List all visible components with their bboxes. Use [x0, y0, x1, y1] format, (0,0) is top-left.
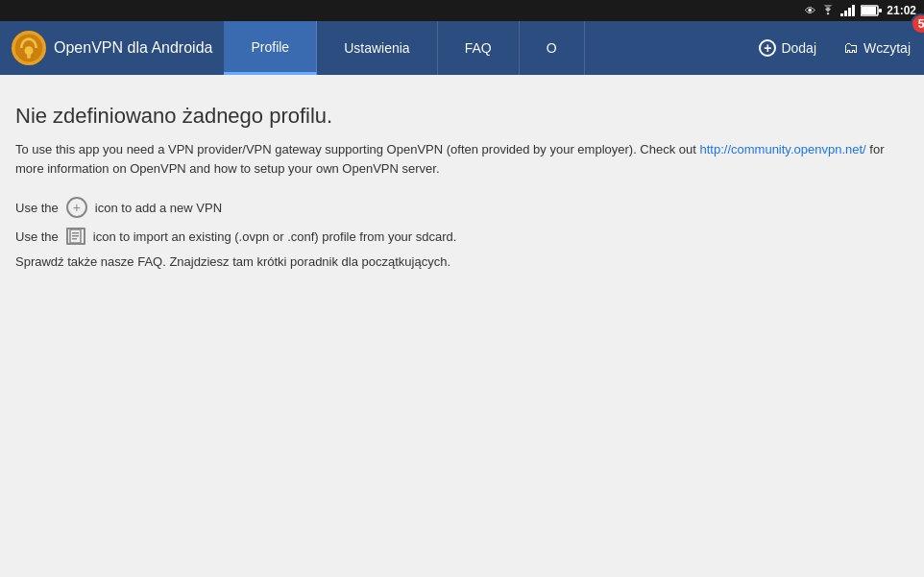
time-display: 21:02	[887, 4, 916, 17]
battery-icon	[861, 5, 882, 16]
main-description: To use this app you need a VPN provider/…	[15, 140, 899, 178]
openvpn-logo-icon	[12, 31, 46, 65]
svg-rect-13	[72, 235, 79, 237]
instruction2-pre: Use the	[15, 229, 59, 244]
instruction-add-vpn: Use the + icon to add a new VPN	[15, 197, 909, 218]
plus-circle-icon: +	[759, 39, 776, 57]
desc-text-pre: To use this app you need a VPN provider/…	[15, 142, 700, 156]
instruction2-post: icon to import an existing (.ovpn or .co…	[93, 229, 457, 244]
svg-rect-3	[852, 5, 855, 16]
tab-o[interactable]: O	[520, 21, 585, 75]
svg-rect-5	[862, 7, 876, 14]
svg-rect-2	[848, 8, 851, 16]
svg-rect-12	[72, 232, 79, 234]
load-button[interactable]: 🗂 Wczytaj 5	[830, 21, 924, 75]
tab-ustawienia[interactable]: Ustawienia	[317, 21, 437, 75]
app-logo: OpenVPN dla Androida	[0, 21, 224, 75]
svg-rect-1	[844, 11, 847, 16]
page-title: Nie zdefiniowano żadnego profilu.	[15, 104, 909, 129]
import-file-icon	[66, 228, 85, 245]
signal-icon	[840, 5, 856, 16]
instruction-import-profile: Use the icon to import an existing (.ovp…	[15, 228, 909, 245]
openvpn-link[interactable]: http://community.openvpn.net/	[700, 142, 866, 156]
status-icons: 👁 21:02	[805, 4, 916, 17]
tab-profile[interactable]: Profile	[224, 21, 317, 75]
nav-actions: + Dodaj 🗂 Wczytaj 5	[745, 21, 924, 75]
add-button[interactable]: + Dodaj	[745, 21, 830, 75]
add-vpn-icon: +	[66, 197, 87, 218]
svg-rect-6	[879, 9, 882, 12]
status-bar: 👁 21:02	[0, 0, 924, 21]
nav-bar: OpenVPN dla Androida Profile Ustawienia …	[0, 21, 924, 75]
svg-rect-0	[840, 13, 843, 16]
folder-icon: 🗂	[843, 39, 859, 57]
app-title: OpenVPN dla Androida	[54, 39, 212, 57]
wifi-icon	[820, 5, 836, 16]
instruction1-post: icon to add a new VPN	[95, 201, 222, 215]
nav-tabs: Profile Ustawienia FAQ O	[224, 21, 745, 75]
eye-icon: 👁	[805, 5, 815, 16]
instruction1-pre: Use the	[15, 201, 59, 215]
notification-badge: 5	[911, 13, 924, 35]
svg-rect-14	[72, 238, 77, 240]
svg-rect-10	[27, 53, 31, 58]
tab-faq[interactable]: FAQ	[438, 21, 520, 75]
faq-note: Sprawdź także nasze FAQ. Znajdziesz tam …	[15, 254, 909, 269]
main-content: Nie zdefiniowano żadnego profilu. To use…	[0, 75, 924, 577]
